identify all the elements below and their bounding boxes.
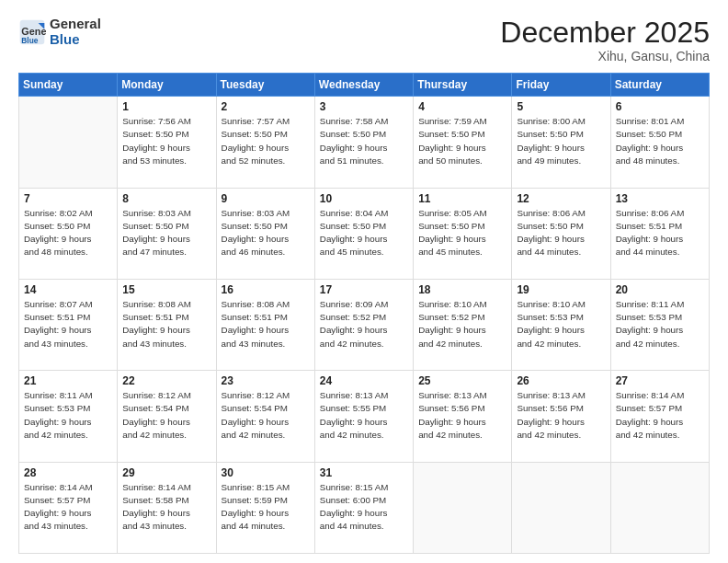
week-row-4: 21Sunrise: 8:11 AMSunset: 5:53 PMDayligh… xyxy=(19,371,710,462)
calendar-cell: 13Sunrise: 8:06 AMSunset: 5:51 PMDayligh… xyxy=(610,188,709,279)
day-number: 28 xyxy=(24,466,112,479)
day-number: 29 xyxy=(122,466,210,479)
day-number: 22 xyxy=(122,374,210,387)
week-row-2: 7Sunrise: 8:02 AMSunset: 5:50 PMDaylight… xyxy=(19,188,710,279)
day-number: 3 xyxy=(320,100,408,113)
calendar-cell: 17Sunrise: 8:09 AMSunset: 5:52 PMDayligh… xyxy=(314,279,413,370)
day-info: Sunrise: 8:15 AMSunset: 5:59 PMDaylight:… xyxy=(222,481,310,534)
weekday-header-sunday: Sunday xyxy=(19,74,118,97)
day-number: 13 xyxy=(616,192,704,205)
calendar-cell: 14Sunrise: 8:07 AMSunset: 5:51 PMDayligh… xyxy=(19,279,118,370)
calendar-cell: 4Sunrise: 7:59 AMSunset: 5:50 PMDaylight… xyxy=(414,97,512,188)
day-info: Sunrise: 8:07 AMSunset: 5:51 PMDaylight:… xyxy=(24,298,112,350)
day-number: 19 xyxy=(517,283,605,296)
day-info: Sunrise: 8:12 AMSunset: 5:54 PMDaylight:… xyxy=(122,389,210,442)
calendar-cell: 31Sunrise: 8:15 AMSunset: 6:00 PMDayligh… xyxy=(314,462,413,553)
calendar-cell: 1Sunrise: 7:56 AMSunset: 5:50 PMDaylight… xyxy=(118,97,216,188)
day-number: 30 xyxy=(222,466,310,479)
day-number: 14 xyxy=(24,283,112,296)
day-info: Sunrise: 8:13 AMSunset: 5:56 PMDaylight:… xyxy=(517,389,605,442)
day-number: 1 xyxy=(122,100,210,113)
calendar-cell: 20Sunrise: 8:11 AMSunset: 5:53 PMDayligh… xyxy=(610,279,709,370)
weekday-header-friday: Friday xyxy=(512,74,610,97)
day-info: Sunrise: 7:58 AMSunset: 5:50 PMDaylight:… xyxy=(320,115,408,167)
day-number: 7 xyxy=(24,192,112,205)
calendar-cell: 18Sunrise: 8:10 AMSunset: 5:52 PMDayligh… xyxy=(414,279,512,370)
day-number: 21 xyxy=(24,374,112,387)
svg-text:Blue: Blue xyxy=(21,35,38,44)
day-number: 2 xyxy=(222,100,310,113)
header: General Blue General Blue December 2025 … xyxy=(18,17,710,63)
calendar-cell: 23Sunrise: 8:12 AMSunset: 5:54 PMDayligh… xyxy=(216,371,314,462)
logo-blue: Blue xyxy=(50,32,101,48)
calendar-cell: 11Sunrise: 8:05 AMSunset: 5:50 PMDayligh… xyxy=(414,188,512,279)
day-number: 4 xyxy=(418,100,506,113)
calendar-cell: 16Sunrise: 8:08 AMSunset: 5:51 PMDayligh… xyxy=(216,279,314,370)
day-info: Sunrise: 8:15 AMSunset: 6:00 PMDaylight:… xyxy=(320,481,408,534)
day-number: 5 xyxy=(517,100,605,113)
day-number: 31 xyxy=(320,466,408,479)
day-number: 8 xyxy=(122,192,210,205)
calendar-cell xyxy=(19,97,118,188)
weekday-header-thursday: Thursday xyxy=(414,74,512,97)
weekday-header-tuesday: Tuesday xyxy=(216,74,314,97)
calendar-cell: 12Sunrise: 8:06 AMSunset: 5:50 PMDayligh… xyxy=(512,188,610,279)
day-info: Sunrise: 7:56 AMSunset: 5:50 PMDaylight:… xyxy=(122,115,210,167)
day-info: Sunrise: 8:14 AMSunset: 5:57 PMDaylight:… xyxy=(616,389,704,442)
calendar-cell: 22Sunrise: 8:12 AMSunset: 5:54 PMDayligh… xyxy=(118,371,216,462)
calendar-cell: 3Sunrise: 7:58 AMSunset: 5:50 PMDaylight… xyxy=(314,97,413,188)
calendar-cell: 25Sunrise: 8:13 AMSunset: 5:56 PMDayligh… xyxy=(414,371,512,462)
calendar-cell xyxy=(414,462,512,553)
calendar-cell: 5Sunrise: 8:00 AMSunset: 5:50 PMDaylight… xyxy=(512,97,610,188)
calendar-cell: 29Sunrise: 8:14 AMSunset: 5:58 PMDayligh… xyxy=(118,462,216,553)
logo-text-block: General Blue xyxy=(50,17,101,47)
day-info: Sunrise: 8:02 AMSunset: 5:50 PMDaylight:… xyxy=(24,207,112,259)
title-block: December 2025 Xihu, Gansu, China xyxy=(500,17,710,63)
calendar-cell: 7Sunrise: 8:02 AMSunset: 5:50 PMDaylight… xyxy=(19,188,118,279)
logo-icon: General Blue xyxy=(18,18,46,46)
calendar-cell: 19Sunrise: 8:10 AMSunset: 5:53 PMDayligh… xyxy=(512,279,610,370)
day-number: 12 xyxy=(517,192,605,205)
weekday-header-row: SundayMondayTuesdayWednesdayThursdayFrid… xyxy=(19,74,710,97)
location: Xihu, Gansu, China xyxy=(500,49,710,63)
day-info: Sunrise: 8:14 AMSunset: 5:57 PMDaylight:… xyxy=(24,481,112,534)
day-info: Sunrise: 8:03 AMSunset: 5:50 PMDaylight:… xyxy=(122,207,210,259)
month-title: December 2025 xyxy=(500,17,710,49)
calendar-cell: 21Sunrise: 8:11 AMSunset: 5:53 PMDayligh… xyxy=(19,371,118,462)
calendar-cell: 6Sunrise: 8:01 AMSunset: 5:50 PMDaylight… xyxy=(610,97,709,188)
calendar-cell: 27Sunrise: 8:14 AMSunset: 5:57 PMDayligh… xyxy=(610,371,709,462)
day-number: 11 xyxy=(418,192,506,205)
day-info: Sunrise: 8:06 AMSunset: 5:51 PMDaylight:… xyxy=(616,207,704,259)
day-number: 24 xyxy=(320,374,408,387)
calendar-cell: 26Sunrise: 8:13 AMSunset: 5:56 PMDayligh… xyxy=(512,371,610,462)
day-info: Sunrise: 8:01 AMSunset: 5:50 PMDaylight:… xyxy=(616,115,704,167)
day-number: 18 xyxy=(418,283,506,296)
day-info: Sunrise: 8:00 AMSunset: 5:50 PMDaylight:… xyxy=(517,115,605,167)
day-number: 15 xyxy=(122,283,210,296)
logo-general: General xyxy=(50,17,101,32)
calendar: SundayMondayTuesdayWednesdayThursdayFrid… xyxy=(18,73,710,554)
day-info: Sunrise: 8:10 AMSunset: 5:52 PMDaylight:… xyxy=(418,298,506,350)
weekday-header-wednesday: Wednesday xyxy=(314,74,413,97)
day-number: 10 xyxy=(320,192,408,205)
day-number: 27 xyxy=(616,374,704,387)
day-info: Sunrise: 8:10 AMSunset: 5:53 PMDaylight:… xyxy=(517,298,605,350)
page: General Blue General Blue December 2025 … xyxy=(0,0,728,563)
week-row-1: 1Sunrise: 7:56 AMSunset: 5:50 PMDaylight… xyxy=(19,97,710,188)
calendar-cell: 15Sunrise: 8:08 AMSunset: 5:51 PMDayligh… xyxy=(118,279,216,370)
weekday-header-saturday: Saturday xyxy=(610,74,709,97)
day-number: 9 xyxy=(222,192,310,205)
day-number: 17 xyxy=(320,283,408,296)
calendar-cell xyxy=(610,462,709,553)
calendar-cell: 10Sunrise: 8:04 AMSunset: 5:50 PMDayligh… xyxy=(314,188,413,279)
day-info: Sunrise: 8:09 AMSunset: 5:52 PMDaylight:… xyxy=(320,298,408,350)
day-info: Sunrise: 8:14 AMSunset: 5:58 PMDaylight:… xyxy=(122,481,210,534)
day-number: 25 xyxy=(418,374,506,387)
day-info: Sunrise: 8:11 AMSunset: 5:53 PMDaylight:… xyxy=(616,298,704,350)
weekday-header-monday: Monday xyxy=(118,74,216,97)
day-number: 6 xyxy=(616,100,704,113)
calendar-cell: 2Sunrise: 7:57 AMSunset: 5:50 PMDaylight… xyxy=(216,97,314,188)
week-row-3: 14Sunrise: 8:07 AMSunset: 5:51 PMDayligh… xyxy=(19,279,710,370)
day-info: Sunrise: 8:11 AMSunset: 5:53 PMDaylight:… xyxy=(24,389,112,442)
day-info: Sunrise: 8:06 AMSunset: 5:50 PMDaylight:… xyxy=(517,207,605,259)
